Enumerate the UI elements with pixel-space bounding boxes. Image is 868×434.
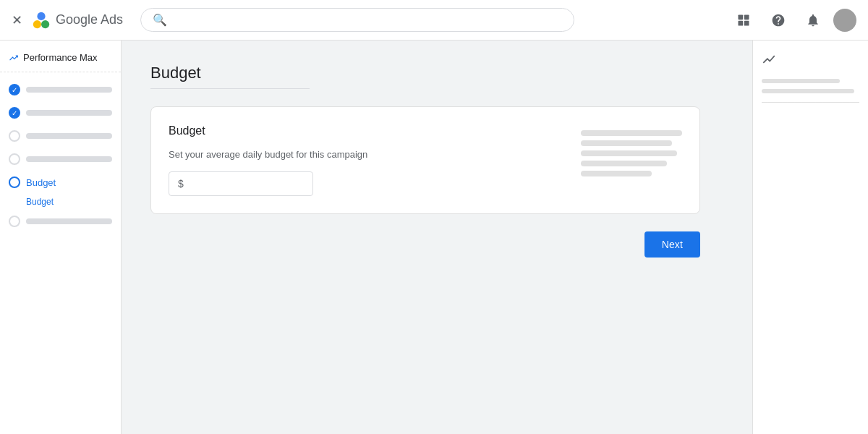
top-navigation: ✕ Google Ads 🔍 [0,0,868,41]
sidebar-items: ✓ ✓ Budget [0,72,121,239]
avatar[interactable] [833,9,856,32]
sidebar: Performance Max ✓ ✓ [0,41,122,434]
budget-input[interactable] [187,178,304,190]
trending-up-icon [9,53,19,63]
sidebar-item-budget[interactable]: Budget [0,171,121,194]
svg-rect-6 [744,20,749,25]
sidebar-item-6-icon [9,216,20,227]
sidebar-item-4[interactable] [0,148,121,171]
help-icon [771,13,786,27]
sidebar-title: Performance Max [0,52,121,72]
sidebar-item-budget-icon [9,176,20,188]
grid-icon [736,13,751,27]
sidebar-item-1[interactable]: ✓ [0,78,121,101]
sidebar-item-3-icon [9,130,20,142]
help-icon-button[interactable] [764,6,793,35]
svg-point-2 [37,12,45,20]
logo: Google Ads [31,10,123,30]
sidebar-item-2[interactable]: ✓ [0,101,121,124]
placeholder-line-3 [581,150,677,156]
sidebar-item-6-line [26,218,112,224]
placeholder-line-5 [581,171,652,176]
page-title: Budget [150,64,723,82]
budget-card-right [581,124,682,196]
right-panel-line-1 [762,79,840,83]
chart-icon [762,52,859,70]
currency-symbol: $ [178,178,184,190]
nav-right-actions [729,6,856,35]
next-button[interactable]: Next [644,231,700,258]
sidebar-item-1-icon: ✓ [9,84,20,95]
budget-card-left: Budget Set your average daily budget for… [169,124,558,196]
budget-input-wrap[interactable]: $ [169,171,313,196]
bell-icon [806,13,820,27]
sidebar-item-4-icon [9,153,20,165]
sidebar-item-1-line [26,87,112,93]
grid-icon-button[interactable] [729,6,758,35]
title-divider [150,88,310,89]
sidebar-campaign-title: Performance Max [23,52,98,63]
search-bar[interactable]: 🔍 [140,8,574,32]
action-row: Next [150,231,700,258]
svg-rect-4 [744,14,749,20]
close-icon[interactable]: ✕ [12,12,22,28]
budget-card: Budget Set your average daily budget for… [150,106,700,214]
sidebar-item-2-line [26,110,112,116]
budget-card-title: Budget [169,124,558,137]
search-input[interactable] [173,14,562,26]
right-panel-line-2 [762,89,854,93]
main-content: Budget Budget Set your average daily bud… [122,41,752,434]
notifications-icon-button[interactable] [799,6,827,35]
sidebar-sub-item-label: Budget [26,197,54,207]
sidebar-item-3-line [26,133,112,139]
sidebar-item-6[interactable] [0,210,121,233]
right-panel [752,41,868,434]
sidebar-item-4-line [26,156,112,162]
budget-description: Set your average daily budget for this c… [169,149,558,160]
right-panel-divider [762,102,859,103]
sidebar-sub-item-budget[interactable]: Budget [0,194,121,210]
google-ads-logo-icon [31,10,51,30]
placeholder-line-1 [581,130,682,136]
svg-point-0 [33,20,41,28]
sidebar-item-budget-label: Budget [26,177,56,188]
search-icon: 🔍 [153,13,167,27]
placeholder-line-2 [581,140,672,146]
placeholder-line-4 [581,161,667,166]
sidebar-item-3[interactable] [0,124,121,148]
svg-rect-5 [739,20,744,25]
logo-text: Google Ads [56,12,123,27]
svg-rect-3 [739,14,744,20]
sidebar-item-2-icon: ✓ [9,107,20,119]
page-layout: Performance Max ✓ ✓ [0,41,868,434]
svg-point-1 [41,20,49,28]
